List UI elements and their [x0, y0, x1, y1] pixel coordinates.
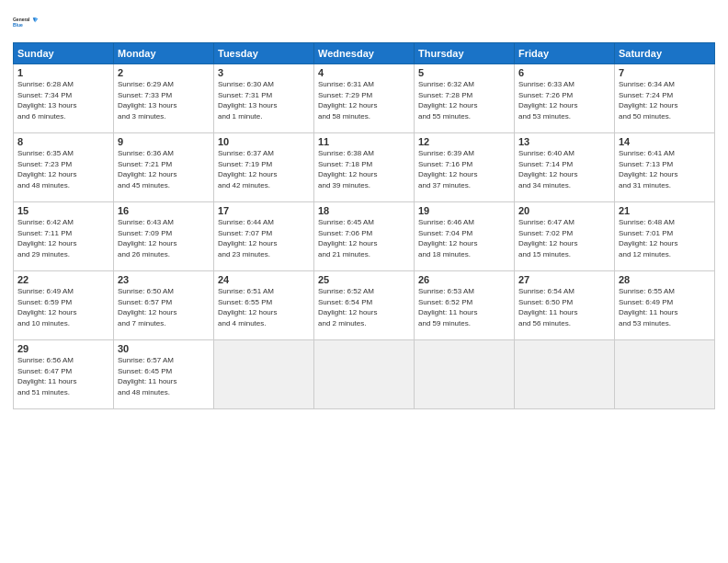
day-info: Sunrise: 6:50 AMSunset: 6:57 PMDaylight:…	[118, 286, 210, 328]
day-number: 12	[418, 136, 510, 147]
day-info: Sunrise: 6:32 AMSunset: 7:28 PMDaylight:…	[418, 79, 510, 121]
logo: GeneralBlue	[13, 9, 39, 35]
calendar-cell: 13Sunrise: 6:40 AMSunset: 7:14 PMDayligh…	[515, 133, 615, 202]
calendar-cell: 3Sunrise: 6:30 AMSunset: 7:31 PMDaylight…	[214, 64, 314, 133]
day-info: Sunrise: 6:28 AMSunset: 7:34 PMDaylight:…	[17, 79, 109, 121]
calendar-cell: 19Sunrise: 6:46 AMSunset: 7:04 PMDayligh…	[415, 202, 515, 271]
day-number: 18	[318, 205, 410, 216]
calendar-row: 22Sunrise: 6:49 AMSunset: 6:59 PMDayligh…	[14, 271, 715, 340]
calendar-cell: 9Sunrise: 6:36 AMSunset: 7:21 PMDaylight…	[114, 133, 214, 202]
day-info: Sunrise: 6:44 AMSunset: 7:07 PMDaylight:…	[218, 217, 310, 259]
header: GeneralBlue	[13, 9, 715, 35]
col-friday: Friday	[515, 43, 615, 64]
col-tuesday: Tuesday	[214, 43, 314, 64]
day-number: 14	[619, 136, 711, 147]
day-number: 17	[218, 205, 310, 216]
calendar-cell: 16Sunrise: 6:43 AMSunset: 7:09 PMDayligh…	[114, 202, 214, 271]
calendar-row: 8Sunrise: 6:35 AMSunset: 7:23 PMDaylight…	[14, 133, 715, 202]
day-info: Sunrise: 6:29 AMSunset: 7:33 PMDaylight:…	[118, 79, 210, 121]
day-number: 21	[619, 205, 711, 216]
day-number: 1	[17, 67, 109, 78]
calendar-cell: 26Sunrise: 6:53 AMSunset: 6:52 PMDayligh…	[415, 271, 515, 340]
col-saturday: Saturday	[615, 43, 715, 64]
calendar-cell: 22Sunrise: 6:49 AMSunset: 6:59 PMDayligh…	[14, 271, 114, 340]
calendar-cell: 12Sunrise: 6:39 AMSunset: 7:16 PMDayligh…	[415, 133, 515, 202]
calendar-cell: 25Sunrise: 6:52 AMSunset: 6:54 PMDayligh…	[314, 271, 415, 340]
day-info: Sunrise: 6:54 AMSunset: 6:50 PMDaylight:…	[518, 286, 610, 328]
calendar-row: 15Sunrise: 6:42 AMSunset: 7:11 PMDayligh…	[14, 202, 715, 271]
calendar-cell: 6Sunrise: 6:33 AMSunset: 7:26 PMDaylight…	[515, 64, 615, 133]
calendar-cell: 17Sunrise: 6:44 AMSunset: 7:07 PMDayligh…	[214, 202, 314, 271]
day-info: Sunrise: 6:51 AMSunset: 6:55 PMDaylight:…	[218, 286, 310, 328]
day-info: Sunrise: 6:56 AMSunset: 6:47 PMDaylight:…	[17, 355, 109, 397]
day-info: Sunrise: 6:30 AMSunset: 7:31 PMDaylight:…	[218, 79, 310, 121]
calendar-cell: 2Sunrise: 6:29 AMSunset: 7:33 PMDaylight…	[114, 64, 214, 133]
day-info: Sunrise: 6:49 AMSunset: 6:59 PMDaylight:…	[17, 286, 109, 328]
day-info: Sunrise: 6:38 AMSunset: 7:18 PMDaylight:…	[318, 148, 410, 190]
day-number: 19	[418, 205, 510, 216]
calendar-cell: 7Sunrise: 6:34 AMSunset: 7:24 PMDaylight…	[615, 64, 715, 133]
header-row: Sunday Monday Tuesday Wednesday Thursday…	[14, 43, 715, 64]
calendar-cell: 11Sunrise: 6:38 AMSunset: 7:18 PMDayligh…	[314, 133, 415, 202]
calendar-cell: 27Sunrise: 6:54 AMSunset: 6:50 PMDayligh…	[515, 271, 615, 340]
day-info: Sunrise: 6:31 AMSunset: 7:29 PMDaylight:…	[318, 79, 410, 121]
calendar-cell: 14Sunrise: 6:41 AMSunset: 7:13 PMDayligh…	[615, 133, 715, 202]
day-info: Sunrise: 6:33 AMSunset: 7:26 PMDaylight:…	[518, 79, 610, 121]
col-thursday: Thursday	[415, 43, 515, 64]
day-number: 26	[418, 274, 510, 285]
day-number: 29	[17, 343, 109, 354]
calendar-cell	[515, 340, 615, 409]
calendar-cell: 15Sunrise: 6:42 AMSunset: 7:11 PMDayligh…	[14, 202, 114, 271]
day-info: Sunrise: 6:42 AMSunset: 7:11 PMDaylight:…	[17, 217, 109, 259]
day-number: 6	[518, 67, 610, 78]
day-number: 8	[17, 136, 109, 147]
calendar-cell: 5Sunrise: 6:32 AMSunset: 7:28 PMDaylight…	[415, 64, 515, 133]
page-container: GeneralBlue Sunday Monday Tuesday Wednes…	[0, 0, 728, 419]
day-info: Sunrise: 6:55 AMSunset: 6:49 PMDaylight:…	[619, 286, 711, 328]
day-number: 2	[118, 67, 210, 78]
day-info: Sunrise: 6:36 AMSunset: 7:21 PMDaylight:…	[118, 148, 210, 190]
day-number: 5	[418, 67, 510, 78]
col-monday: Monday	[114, 43, 214, 64]
day-info: Sunrise: 6:57 AMSunset: 6:45 PMDaylight:…	[118, 355, 210, 397]
calendar-cell: 28Sunrise: 6:55 AMSunset: 6:49 PMDayligh…	[615, 271, 715, 340]
day-number: 28	[619, 274, 711, 285]
calendar-cell: 29Sunrise: 6:56 AMSunset: 6:47 PMDayligh…	[14, 340, 114, 409]
day-number: 30	[118, 343, 210, 354]
calendar-cell: 24Sunrise: 6:51 AMSunset: 6:55 PMDayligh…	[214, 271, 314, 340]
calendar-cell: 4Sunrise: 6:31 AMSunset: 7:29 PMDaylight…	[314, 64, 415, 133]
day-number: 3	[218, 67, 310, 78]
day-number: 25	[318, 274, 410, 285]
day-number: 20	[518, 205, 610, 216]
day-number: 4	[318, 67, 410, 78]
calendar-row: 1Sunrise: 6:28 AMSunset: 7:34 PMDaylight…	[14, 64, 715, 133]
day-number: 15	[17, 205, 109, 216]
day-info: Sunrise: 6:48 AMSunset: 7:01 PMDaylight:…	[619, 217, 711, 259]
logo-icon: GeneralBlue	[13, 9, 39, 35]
calendar-cell: 1Sunrise: 6:28 AMSunset: 7:34 PMDaylight…	[14, 64, 114, 133]
calendar-cell: 21Sunrise: 6:48 AMSunset: 7:01 PMDayligh…	[615, 202, 715, 271]
calendar-row: 29Sunrise: 6:56 AMSunset: 6:47 PMDayligh…	[14, 340, 715, 409]
day-info: Sunrise: 6:40 AMSunset: 7:14 PMDaylight:…	[518, 148, 610, 190]
day-number: 23	[118, 274, 210, 285]
day-info: Sunrise: 6:43 AMSunset: 7:09 PMDaylight:…	[118, 217, 210, 259]
calendar-cell: 20Sunrise: 6:47 AMSunset: 7:02 PMDayligh…	[515, 202, 615, 271]
day-info: Sunrise: 6:45 AMSunset: 7:06 PMDaylight:…	[318, 217, 410, 259]
calendar-cell: 23Sunrise: 6:50 AMSunset: 6:57 PMDayligh…	[114, 271, 214, 340]
day-info: Sunrise: 6:46 AMSunset: 7:04 PMDaylight:…	[418, 217, 510, 259]
day-info: Sunrise: 6:35 AMSunset: 7:23 PMDaylight:…	[17, 148, 109, 190]
day-number: 9	[118, 136, 210, 147]
day-number: 27	[518, 274, 610, 285]
day-number: 13	[518, 136, 610, 147]
svg-text:Blue: Blue	[13, 23, 23, 28]
day-number: 24	[218, 274, 310, 285]
day-number: 16	[118, 205, 210, 216]
svg-text:General: General	[13, 17, 30, 22]
calendar-cell	[415, 340, 515, 409]
day-number: 11	[318, 136, 410, 147]
day-info: Sunrise: 6:39 AMSunset: 7:16 PMDaylight:…	[418, 148, 510, 190]
calendar-cell: 18Sunrise: 6:45 AMSunset: 7:06 PMDayligh…	[314, 202, 415, 271]
calendar-table: Sunday Monday Tuesday Wednesday Thursday…	[13, 42, 715, 409]
col-sunday: Sunday	[14, 43, 114, 64]
calendar-cell: 10Sunrise: 6:37 AMSunset: 7:19 PMDayligh…	[214, 133, 314, 202]
